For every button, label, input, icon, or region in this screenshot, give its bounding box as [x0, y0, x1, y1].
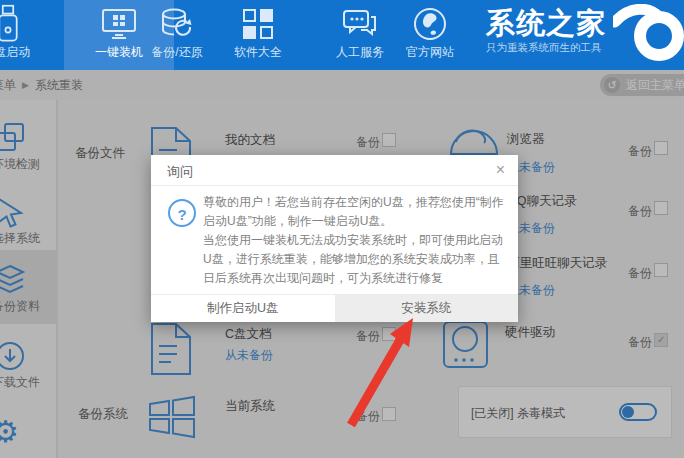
nav-label: 官方网站 [384, 44, 476, 61]
make-boot-usb-button[interactable]: 制作启动U盘 [151, 295, 335, 322]
chat-bubbles-icon [340, 7, 380, 41]
database-restore-icon [157, 7, 197, 41]
nav-usb-boot[interactable]: U盘启动 [0, 0, 58, 70]
dialog-paragraph: 当您使用一键装机无法成功安装系统时，即可使用此启动U盘，进行系统重装，能够增加您… [203, 231, 505, 288]
brand-swirl-icon [613, 4, 684, 66]
nav-label: U盘启动 [0, 44, 58, 61]
brand-tagline: 只为重装系统而生的工具 [486, 41, 616, 55]
nav-backup-restore[interactable]: 备份/还原 [130, 0, 224, 70]
dialog-footer: 制作启动U盘 安装系统 [151, 294, 518, 322]
usb-drive-icon [0, 7, 28, 41]
nav-official-site[interactable]: 官方网站 [384, 0, 476, 70]
app-window: U盘启动 一键装机 备份/还原 软件大全 人工服务 [0, 0, 684, 458]
brand-logo: 系统之家 只为重装系统而生的工具 [486, 8, 616, 55]
nav-label: 软件大全 [212, 44, 304, 61]
dialog-header-divider [151, 185, 518, 186]
install-system-button[interactable]: 安装系统 [335, 295, 519, 322]
brand-title: 系统之家 [486, 8, 616, 38]
question-dialog: 询问 × ? 尊敬的用户！若您当前存在空闲的U盘，推荐您使用“制作启动U盘”功能… [151, 155, 518, 322]
dialog-body: 尊敬的用户！若您当前存在空闲的U盘，推荐您使用“制作启动U盘”功能，制作一键启动… [203, 193, 505, 288]
nav-software-collection[interactable]: 软件大全 [212, 0, 304, 70]
close-icon[interactable]: × [496, 162, 505, 178]
dialog-title: 询问 [167, 163, 193, 181]
question-mark-icon: ? [168, 199, 196, 227]
top-toolbar: U盘启动 一键装机 备份/还原 软件大全 人工服务 [0, 0, 684, 70]
globe-icon [410, 7, 450, 41]
nav-label: 备份/还原 [130, 44, 224, 61]
dialog-paragraph: 尊敬的用户！若您当前存在空闲的U盘，推荐您使用“制作启动U盘”功能，制作一键启动… [203, 193, 505, 231]
app-grid-icon [238, 7, 278, 41]
